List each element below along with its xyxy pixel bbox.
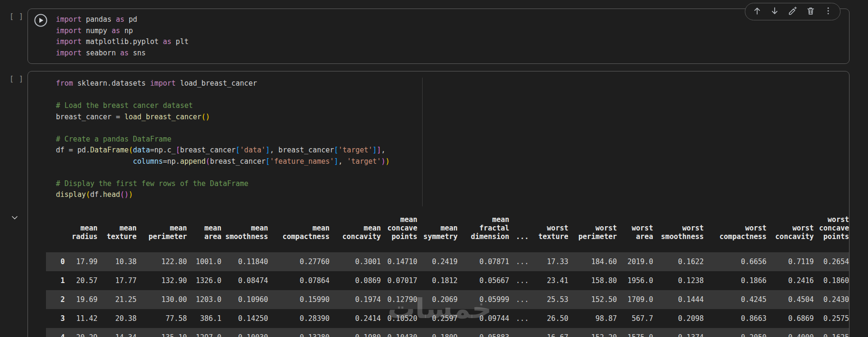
table-cell: 130.00 — [136, 290, 187, 309]
row-index: 1 — [46, 271, 65, 290]
table-cell: 0.1974 — [330, 290, 381, 309]
code-token: np — [120, 27, 133, 35]
table-cell: 0.10030 — [221, 328, 268, 337]
column-header-line: points — [381, 232, 417, 241]
table-cell: 152.50 — [568, 290, 617, 309]
row-index: 3 — [46, 309, 65, 328]
table-cell: 11.42 — [65, 309, 98, 328]
column-header: ... — [509, 213, 529, 252]
row-index: 0 — [46, 252, 65, 271]
code-token: as — [111, 27, 120, 35]
code-editor[interactable]: from sklearn.datasets import load_breast… — [28, 71, 849, 201]
table-cell: 17.77 — [98, 271, 137, 290]
code-cell-dataframe: from sklearn.datasets import load_breast… — [27, 71, 850, 337]
column-header: meancompactness — [268, 213, 330, 252]
edit-cell-button[interactable] — [787, 6, 799, 18]
code-token: pd — [125, 15, 137, 24]
table-cell: 0.08474 — [221, 271, 268, 290]
row-index: 2 — [46, 290, 65, 309]
table-cell: 1297.0 — [187, 328, 222, 337]
column-header-line: worst — [568, 224, 617, 232]
move-cell-down-button[interactable] — [769, 6, 781, 18]
column-header-line: concavity — [330, 232, 381, 241]
column-header-line: worst — [814, 215, 849, 224]
table-row: 311.4220.3877.58386.10.142500.283900.241… — [46, 309, 849, 328]
collapse-output-button[interactable] — [9, 212, 21, 224]
table-cell: 0.1809 — [417, 328, 458, 337]
code-token: , — [338, 157, 347, 166]
more-vert-icon — [823, 6, 833, 17]
table-cell: 0.27760 — [268, 252, 330, 271]
column-header: meanarea — [187, 213, 222, 252]
column-header-line: mean — [381, 215, 417, 224]
table-cell: 135.10 — [136, 328, 187, 337]
delete-cell-button[interactable] — [805, 6, 817, 18]
code-token: seaborn — [81, 49, 120, 57]
column-header-line: symmetry — [417, 232, 458, 241]
code-token: , — [381, 146, 385, 154]
table-cell: 0.2414 — [330, 309, 381, 328]
table-cell: 0.05667 — [458, 271, 509, 290]
chevron-down-icon — [10, 213, 19, 224]
code-token: load_breast_cancer — [125, 113, 202, 121]
table-cell: 0.1866 — [704, 271, 767, 290]
code-token: 'target' — [338, 146, 372, 154]
column-header: meanfractaldimension — [458, 213, 509, 252]
table-cell: 132.90 — [136, 271, 187, 290]
column-header: meansmoothness — [221, 213, 268, 252]
code-line: import seaborn as sns — [56, 48, 849, 59]
code-token: columns — [133, 157, 163, 166]
table-cell: 0.1860 — [814, 271, 849, 290]
table-cell: 0.8663 — [704, 309, 767, 328]
more-actions-button[interactable] — [822, 6, 834, 18]
table-cell: 16.67 — [529, 328, 569, 337]
table-cell: 0.2597 — [417, 309, 458, 328]
code-token: () — [120, 190, 128, 199]
column-header-line: fractal — [458, 224, 509, 232]
table-cell: 0.10520 — [381, 309, 417, 328]
table-cell: 0.05883 — [458, 328, 509, 337]
code-token: from — [56, 79, 73, 88]
column-header-line: mean — [65, 224, 98, 232]
code-token: matplotlib.pyplot — [81, 37, 163, 46]
move-cell-up-button[interactable] — [751, 6, 763, 18]
column-header-line: area — [187, 232, 222, 241]
trash-icon — [806, 6, 815, 17]
table-cell: 0.2430 — [814, 290, 849, 309]
column-header-line: mean — [417, 224, 458, 232]
code-token: DataFrame — [90, 146, 128, 154]
table-row: 420.2914.34135.101297.00.100300.132800.1… — [46, 328, 849, 337]
column-header-line: radius — [65, 232, 98, 241]
code-token: df. — [90, 190, 103, 199]
run-cell-button[interactable] — [33, 13, 48, 28]
table-cell: 0.14250 — [221, 309, 268, 328]
arrow-down-icon — [770, 6, 779, 17]
column-header-line: compactness — [704, 232, 767, 241]
column-header-line: worst — [529, 224, 569, 232]
table-cell: 0.15990 — [268, 290, 330, 309]
arrow-up-icon — [752, 6, 762, 17]
column-header-line: worst — [767, 224, 814, 232]
table-cell: 0.2654 — [814, 252, 849, 271]
code-token: 'target' — [347, 157, 381, 166]
code-token: # Display the first few rows of the Data… — [56, 179, 248, 188]
table-cell: 0.2050 — [704, 328, 767, 337]
column-header-line: smoothness — [221, 232, 268, 241]
table-cell: 0.6869 — [767, 309, 814, 328]
table-cell: 1203.0 — [187, 290, 222, 309]
code-token: ] — [372, 146, 377, 154]
code-token: breast_cancer = — [56, 113, 125, 121]
table-cell: 386.1 — [187, 309, 222, 328]
table-cell: 0.07871 — [458, 252, 509, 271]
table-cell: 567.7 — [617, 309, 653, 328]
code-line: from sklearn.datasets import load_breast… — [56, 78, 849, 89]
column-header: worstconcavepoints — [814, 213, 849, 252]
code-line — [56, 123, 849, 134]
table-cell: 14.34 — [98, 328, 137, 337]
code-token: pandas — [81, 15, 116, 24]
table-cell: 0.2575 — [814, 309, 849, 328]
code-editor[interactable]: import pandas as pdimport numpy as npimp… — [28, 9, 849, 59]
table-header-row: meanradiusmeantexturemeanperimetermeanar… — [46, 213, 849, 252]
code-cell-imports: import pandas as pdimport numpy as npimp… — [27, 9, 850, 64]
column-header: meanradius — [65, 213, 98, 252]
